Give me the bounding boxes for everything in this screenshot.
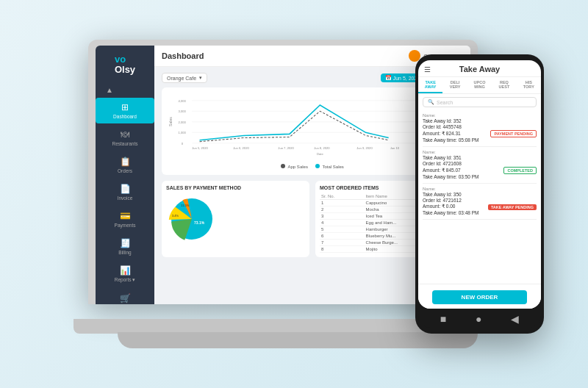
collapse-button[interactable]: ▲ — [103, 83, 116, 97]
cafe-filter[interactable]: Orange Cafe ▾ — [162, 73, 207, 83]
logo: voOlsy — [115, 54, 135, 76]
svg-text:3,000: 3,000 — [179, 109, 187, 113]
svg-text:3.4%: 3.4% — [172, 214, 179, 218]
sidebar-item-payments[interactable]: 💳 Payments — [96, 206, 154, 232]
dropdown-icon: ▾ — [199, 75, 202, 81]
chart-legend: App Sales Total Sales — [168, 164, 457, 169]
table-cell-sr: 5 — [320, 226, 365, 233]
page-title: Dashboard — [162, 51, 204, 60]
order-list-item[interactable]: Name: Take Away Id: 352 Order Id: 445574… — [423, 110, 537, 147]
sidebar-item-billing[interactable]: 🧾 Billing — [96, 234, 154, 259]
sidebar-item-label: Payments — [115, 223, 136, 228]
svg-text:73.1%: 73.1% — [194, 220, 205, 225]
table-cell-sr: 8 — [320, 246, 365, 253]
order-amount: Amount: ₹ 824.31 — [423, 131, 461, 137]
order-id: Order Id: 4721608 — [423, 161, 537, 166]
svg-text:0: 0 — [182, 142, 184, 146]
sidebar-item-invoice[interactable]: 📄 Invoice — [96, 179, 154, 205]
nav-recents-button[interactable]: ◀ — [511, 313, 519, 325]
laptop-wrapper: voOlsy ▲ ⊞ Dashboard 🍽 Restaurants 📋 Ord… — [88, 40, 500, 348]
svg-text:Date: Date — [317, 152, 323, 156]
sidebar-item-label: Restaurants — [112, 141, 137, 146]
phone-order-list: Name: Take Away Id: 352 Order Id: 445574… — [418, 110, 541, 284]
phone-nav-bar: ■ ● ◀ — [418, 309, 541, 328]
svg-text:11.5%: 11.5% — [181, 204, 190, 207]
svg-text:Jun 8, 2020: Jun 8, 2020 — [314, 146, 330, 150]
table-cell-sr: 1 — [320, 200, 365, 206]
restaurants-icon: 🍽 — [121, 129, 129, 140]
pie-container: 73.1% 11.5% 3.4% — [166, 193, 305, 245]
order-time: Take Away time: 03:50 PM — [423, 174, 537, 179]
svg-text:Jun 10: Jun 10 — [390, 146, 400, 150]
order-list-item[interactable]: Name: Take Away Id: 351 Order Id: 472160… — [423, 147, 537, 184]
order-takeaway-id: Take Away Id: 350 — [423, 192, 537, 197]
phone-page-title: Take Away — [459, 65, 500, 73]
order-amount: Amount: ₹ 845.07 — [423, 168, 461, 173]
hamburger-menu-icon[interactable]: ☰ — [424, 65, 431, 73]
dashboard-icon: ⊞ — [121, 102, 129, 112]
svg-text:4,000: 4,000 — [179, 99, 187, 103]
phone-device: ☰ Take Away TAKEAWAY DELIVERY UPCOMING R… — [415, 54, 544, 334]
phone-bottom: NEW ORDER — [418, 284, 541, 309]
search-placeholder: Search — [437, 100, 453, 105]
svg-text:Sales: Sales — [168, 117, 173, 126]
sidebar-item-label: Billing — [118, 250, 131, 255]
svg-text:Jun 9, 2020: Jun 9, 2020 — [356, 146, 373, 150]
table-cell-sr: 4 — [320, 220, 365, 226]
reports-icon: 📊 — [120, 265, 131, 276]
table-header-sr: Sr. No. — [320, 193, 365, 200]
sales-panel-title: SALES BY PAYMENT METHOD — [166, 185, 305, 190]
status-badge: PAYMENT PENDING — [490, 130, 537, 137]
sidebar-item-label: Dashboard — [113, 114, 137, 119]
order-name-label: Name: — [423, 150, 537, 154]
sidebar-item-label: Orders — [118, 168, 132, 173]
order-list-item[interactable]: Name: Take Away Id: 350 Order Id: 472161… — [423, 184, 537, 220]
tab-upcoming[interactable]: UPCOMING — [467, 77, 492, 93]
phone-top-bar: ☰ Take Away — [418, 60, 541, 77]
table-cell-sr: 6 — [320, 233, 365, 240]
new-order-button[interactable]: NEW ORDER — [432, 290, 528, 304]
sidebar-item-label: Invoice — [118, 195, 133, 201]
phone-search-bar[interactable]: 🔍 Search — [423, 97, 537, 107]
invoice-icon: 📄 — [120, 184, 131, 194]
order-name-label: Name: — [423, 113, 537, 118]
nav-back-button[interactable]: ■ — [440, 313, 446, 325]
laptop-foot — [118, 332, 478, 348]
sales-panel: SALES BY PAYMENT METHOD — [162, 181, 309, 257]
tab-request[interactable]: REQUEST — [492, 77, 516, 93]
search-icon: 🔍 — [428, 99, 434, 105]
tab-take-away[interactable]: TAKEAWAY — [418, 77, 442, 93]
status-badge: TAKE AWAY PENDING — [488, 204, 537, 210]
nav-home-button[interactable]: ● — [476, 313, 481, 325]
status-badge: COMPLETED — [503, 167, 537, 174]
orders-icon: 📋 — [120, 157, 131, 167]
table-cell-sr: 3 — [320, 213, 365, 220]
order-id: Order Id: 4455748 — [423, 124, 537, 129]
table-cell-sr: 7 — [320, 240, 365, 246]
tab-delivery[interactable]: DELIVERY — [442, 77, 467, 93]
order-takeaway-id: Take Away Id: 351 — [423, 155, 537, 160]
purchase-icon: 🛒 — [120, 293, 131, 303]
payments-icon: 💳 — [120, 211, 131, 221]
laptop-screen: voOlsy ▲ ⊞ Dashboard 🍽 Restaurants 📋 Ord… — [96, 46, 470, 304]
sidebar: voOlsy ▲ ⊞ Dashboard 🍽 Restaurants 📋 Ord… — [96, 46, 154, 304]
svg-text:2,000: 2,000 — [179, 121, 187, 124]
sidebar-item-reports[interactable]: 📊 Reports ▾ — [96, 261, 154, 287]
billing-icon: 🧾 — [120, 238, 131, 248]
sales-chart: Sales 4,000 3,000 2,000 1,000 0 — [168, 93, 457, 159]
sidebar-item-purchase[interactable]: 🛒 Purchase / Expense — [96, 289, 154, 304]
cafe-filter-value: Orange Cafe — [167, 76, 196, 81]
table-cell-sr: 2 — [320, 206, 365, 213]
order-time: Take Away time: 05:08 PM — [423, 137, 537, 143]
sidebar-item-restaurants[interactable]: 🍽 Restaurants — [96, 125, 154, 151]
sidebar-item-dashboard[interactable]: ⊞ Dashboard — [96, 98, 154, 123]
pie-chart: 73.1% 11.5% 3.4% — [166, 193, 218, 245]
order-takeaway-id: Take Away Id: 352 — [423, 118, 537, 123]
tab-history[interactable]: HISTORY — [517, 77, 541, 93]
order-name-label: Name: — [423, 187, 537, 191]
app-sales-legend: App Sales — [281, 164, 308, 169]
sidebar-item-orders[interactable]: 📋 Orders — [96, 152, 154, 178]
svg-text:1,000: 1,000 — [179, 131, 187, 134]
order-time: Take Away time: 03:48 PM — [423, 210, 537, 215]
total-sales-legend: Total Sales — [315, 164, 344, 169]
